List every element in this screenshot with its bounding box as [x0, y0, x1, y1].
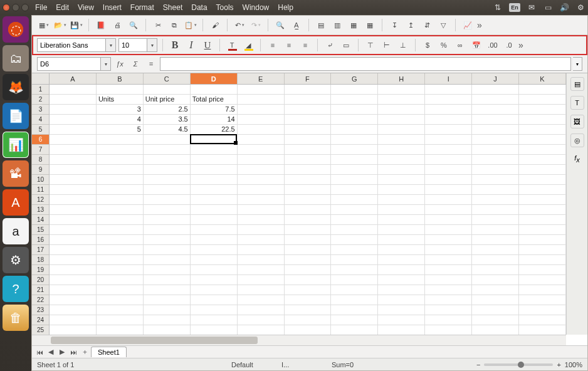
col-header-B[interactable]: B	[97, 73, 144, 84]
menu-help[interactable]: Help	[278, 3, 293, 12]
navigator-icon[interactable]: ◎	[570, 133, 584, 147]
cell-G5[interactable]	[331, 125, 378, 135]
cell-H3[interactable]	[378, 105, 425, 115]
cell-A19[interactable]	[50, 265, 97, 275]
cell-E25[interactable]	[238, 325, 285, 335]
menu-data[interactable]: Data	[191, 3, 207, 12]
row-header-1[interactable]: 1	[32, 85, 49, 95]
cell-G16[interactable]	[331, 235, 378, 245]
cell-B11[interactable]	[97, 185, 144, 195]
launcher-writer[interactable]: 📄	[3, 103, 29, 129]
cell-K5[interactable]	[519, 125, 566, 135]
cell-H1[interactable]	[378, 85, 425, 95]
cell-G22[interactable]	[331, 295, 378, 305]
cell-B9[interactable]	[97, 165, 144, 175]
cell-F21[interactable]	[285, 285, 332, 295]
cell-F15[interactable]	[285, 225, 332, 235]
cell-E19[interactable]	[238, 265, 285, 275]
cell-C21[interactable]	[144, 285, 191, 295]
open-btn[interactable]: 📂	[53, 18, 67, 32]
cell-H19[interactable]	[378, 265, 425, 275]
cell-H12[interactable]	[378, 195, 425, 205]
cell-A24[interactable]	[50, 315, 97, 325]
row-header-5[interactable]: 5	[32, 125, 49, 135]
cell-F18[interactable]	[285, 255, 332, 265]
chevron-down-icon[interactable]: ▾	[101, 57, 111, 71]
first-sheet-btn[interactable]: ⏮	[34, 347, 45, 357]
cell-J17[interactable]	[472, 245, 519, 255]
cut-btn[interactable]: ✂	[151, 18, 165, 32]
last-sheet-btn[interactable]: ⏭	[68, 347, 78, 357]
cell-F11[interactable]	[285, 185, 332, 195]
cell-K21[interactable]	[519, 285, 566, 295]
cell-B17[interactable]	[97, 245, 144, 255]
row-header-7[interactable]: 7	[32, 145, 49, 155]
cell-G18[interactable]	[331, 255, 378, 265]
cell-K16[interactable]	[519, 235, 566, 245]
cell-G2[interactable]	[331, 95, 378, 105]
cell-A14[interactable]	[50, 215, 97, 225]
cell-G10[interactable]	[331, 175, 378, 185]
cell-J7[interactable]	[472, 145, 519, 155]
cell-K25[interactable]	[519, 325, 566, 335]
launcher-amazon[interactable]: a	[3, 218, 29, 244]
cell-H6[interactable]	[378, 135, 425, 145]
cell-C20[interactable]	[144, 275, 191, 285]
cell-D17[interactable]	[191, 245, 238, 255]
cell-G1[interactable]	[331, 85, 378, 95]
cell-E20[interactable]	[238, 275, 285, 285]
cell-J20[interactable]	[472, 275, 519, 285]
cell-I5[interactable]	[425, 125, 472, 135]
cell-C23[interactable]	[144, 305, 191, 315]
cell-J4[interactable]	[472, 115, 519, 125]
find-btn[interactable]: 🔍	[273, 18, 287, 32]
cell-E12[interactable]	[238, 195, 285, 205]
cell-F19[interactable]	[285, 265, 332, 275]
cell-H18[interactable]	[378, 255, 425, 265]
row-header-16[interactable]: 16	[32, 235, 49, 245]
cell-H23[interactable]	[378, 305, 425, 315]
cell-J6[interactable]	[472, 135, 519, 145]
cell-B10[interactable]	[97, 175, 144, 185]
functions-icon[interactable]: fx	[570, 152, 584, 166]
cell-F8[interactable]	[285, 155, 332, 165]
cell-G8[interactable]	[331, 155, 378, 165]
save-btn[interactable]: 💾	[70, 18, 83, 32]
chevron-down-icon[interactable]: ▾	[147, 38, 157, 52]
col-header-A[interactable]: A	[50, 73, 97, 84]
cell-E7[interactable]	[238, 145, 285, 155]
spellcheck-btn[interactable]: A̲	[290, 18, 303, 32]
cell-E17[interactable]	[238, 245, 285, 255]
redo-btn[interactable]: ↷	[249, 18, 263, 32]
cell-A7[interactable]	[50, 145, 97, 155]
cell-C2[interactable]: Unit price	[144, 95, 191, 105]
cell-J24[interactable]	[472, 315, 519, 325]
font-name-input[interactable]: Liberation Sans	[37, 38, 106, 52]
cell-A2[interactable]	[50, 95, 97, 105]
cell-H5[interactable]	[378, 125, 425, 135]
cell-C14[interactable]	[144, 215, 191, 225]
cell-D11[interactable]	[191, 185, 238, 195]
grid2-btn[interactable]: ▦	[363, 18, 377, 32]
cell-H14[interactable]	[378, 215, 425, 225]
cell-G13[interactable]	[331, 205, 378, 215]
cell-B21[interactable]	[97, 285, 144, 295]
cell-B3[interactable]: 3	[97, 105, 144, 115]
cell-G15[interactable]	[331, 225, 378, 235]
cell-B1[interactable]	[97, 85, 144, 95]
table-btn[interactable]: ▦	[347, 18, 360, 32]
cell-E14[interactable]	[238, 215, 285, 225]
zoom-in-btn[interactable]: +	[557, 361, 560, 368]
cell-D16[interactable]	[191, 235, 238, 245]
add-sheet-btn[interactable]: ＋	[80, 347, 90, 357]
cell-A9[interactable]	[50, 165, 97, 175]
cell-A6[interactable]	[50, 135, 97, 145]
cell-C1[interactable]	[144, 85, 191, 95]
sort-btn[interactable]: ⇵	[420, 18, 434, 32]
row-header-23[interactable]: 23	[32, 305, 49, 315]
cell-A23[interactable]	[50, 305, 97, 315]
cell-G14[interactable]	[331, 215, 378, 225]
cell-I19[interactable]	[425, 265, 472, 275]
row-header-17[interactable]: 17	[32, 245, 49, 255]
align-middle-btn[interactable]: ⊢	[380, 38, 394, 52]
